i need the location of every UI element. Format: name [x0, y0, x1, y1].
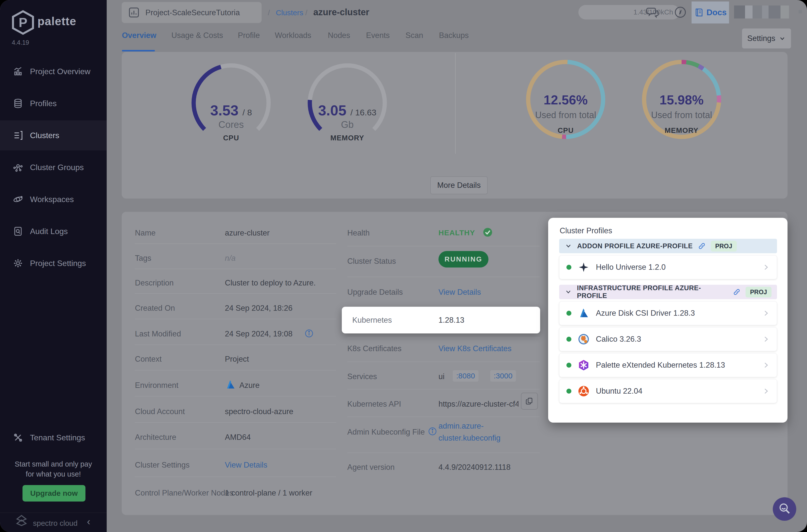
- brand-name: palette: [37, 15, 76, 28]
- cluster-status-badge: RUNNING: [438, 251, 488, 267]
- breadcrumb-separator: /: [268, 8, 270, 17]
- upgrade-banner-line2: for what you use!: [0, 470, 107, 478]
- detail-label: Architecture: [135, 433, 176, 442]
- chat-icon[interactable]: [646, 5, 660, 19]
- breadcrumb-separator: /: [305, 8, 307, 17]
- memory-gauge-label: MEMORY: [305, 134, 390, 142]
- pack-name: Calico 3.26.3: [596, 335, 756, 344]
- svg-text:P: P: [19, 15, 27, 30]
- assistant-search-button[interactable]: [773, 497, 796, 521]
- row-divider: [347, 362, 540, 362]
- sidebar-item-audit-logs[interactable]: Audit Logs: [0, 216, 107, 246]
- cpu-gauge-label: CPU: [189, 134, 274, 142]
- pack-row-palette-extended-kubernetes[interactable]: Palette eXtended Kubernetes 1.28.13: [559, 353, 777, 377]
- settings-button[interactable]: Settings: [742, 28, 791, 49]
- sidebar-item-label: Project Settings: [30, 259, 86, 268]
- breadcrumb-project: Project-ScaleSecureTutoria: [145, 8, 240, 17]
- tab-events[interactable]: Events: [366, 31, 390, 40]
- calico-icon: [578, 334, 589, 345]
- sidebar-item-label: Audit Logs: [30, 227, 68, 236]
- docs-button[interactable]: Docs: [692, 1, 729, 23]
- cpu-donut-caption: Used from total: [523, 110, 608, 120]
- pack-row-ubuntu[interactable]: Ubuntu 22.04: [559, 379, 777, 403]
- breadcrumb-clusters-link[interactable]: Clusters: [276, 8, 303, 17]
- pack-row-hello-universe[interactable]: Hello Universe 1.2.0: [559, 255, 777, 279]
- pack-name: Azure Disk CSI Driver 1.28.3: [596, 309, 756, 318]
- cluster-settings-link[interactable]: View Details: [225, 460, 267, 470]
- chevron-right-icon: [762, 387, 770, 395]
- magnifier-smile-icon: [778, 502, 791, 515]
- tab-backups[interactable]: Backups: [439, 31, 469, 40]
- detail-label: K8s Certificates: [347, 344, 401, 353]
- copy-api-url-button[interactable]: [521, 393, 538, 410]
- chevron-right-icon: [762, 309, 770, 317]
- cpu-donut-label: CPU: [523, 126, 608, 135]
- services-prefix: ui: [438, 372, 445, 381]
- redacted-user-info: [734, 5, 794, 18]
- row-divider: [347, 453, 540, 453]
- tab-profile[interactable]: Profile: [238, 31, 260, 40]
- status-dot: [566, 311, 571, 316]
- addon-profile-section-header[interactable]: ADDON PROFILE AZURE-PROFILE PROJ: [559, 239, 777, 253]
- sidebar-item-tenant-settings[interactable]: Tenant Settings: [0, 423, 107, 453]
- kubeconfig-link-line1[interactable]: admin.azure-: [438, 422, 484, 431]
- row-divider: [347, 246, 540, 246]
- docs-label: Docs: [707, 8, 727, 17]
- tab-workloads[interactable]: Workloads: [275, 31, 311, 40]
- kubernetes-row-spotlight: Kubernetes 1.28.13: [342, 307, 540, 334]
- info-icon[interactable]: [428, 426, 437, 436]
- upgrade-details-link[interactable]: View Details: [438, 288, 481, 297]
- sidebar-item-project-overview[interactable]: Project Overview: [0, 56, 107, 87]
- detail-label: Last Modified: [135, 329, 181, 338]
- detail-label: Cluster Settings: [135, 460, 190, 470]
- sidebar-item-project-settings[interactable]: Project Settings: [0, 248, 107, 278]
- palette-logo-icon: P: [11, 10, 35, 35]
- detail-label: Agent version: [347, 463, 395, 472]
- sidebar-item-cluster-groups[interactable]: Cluster Groups: [0, 152, 107, 182]
- scope-badge: PROJ: [711, 241, 737, 251]
- upgrade-banner-line1: Start small and only pay: [0, 460, 107, 468]
- pack-row-azure-disk-csi[interactable]: Azure Disk CSI Driver 1.28.3: [559, 301, 777, 325]
- copy-icon: [525, 397, 534, 405]
- section-header-label: INFRASTRUCTURE PROFILE AZURE-PROFILE: [577, 284, 728, 300]
- hello-universe-icon: [578, 262, 589, 273]
- view-k8s-certificates-link[interactable]: View K8s Certificates: [438, 344, 511, 353]
- infrastructure-profile-section-header[interactable]: INFRASTRUCTURE PROFILE AZURE-PROFILE PRO…: [559, 285, 777, 299]
- settings-label: Settings: [747, 34, 775, 43]
- collapse-sidebar-icon[interactable]: ‹: [87, 516, 90, 527]
- azure-icon: [225, 379, 236, 390]
- tab-scan[interactable]: Scan: [406, 31, 423, 40]
- detail-label: Created On: [135, 304, 175, 313]
- detail-label: Cloud Account: [135, 407, 185, 416]
- app-window: P palette 4.4.19 Project Overview Profil…: [0, 0, 807, 532]
- sidebar-item-profiles[interactable]: Profiles: [0, 89, 107, 118]
- service-port-8080-link[interactable]: :8080: [453, 370, 478, 382]
- redacted-dot: [799, 10, 802, 14]
- tab-overview[interactable]: Overview: [122, 31, 156, 40]
- chevron-down-icon: [565, 242, 572, 250]
- detail-label: Tags: [135, 254, 151, 263]
- agent-version-value: 4.4.9/20240912.1118: [438, 463, 510, 472]
- section-header-label: ADDON PROFILE AZURE-PROFILE: [577, 242, 693, 250]
- row-divider: [135, 345, 336, 345]
- cloud-account-value: spectro-cloud-azure: [225, 407, 293, 416]
- sidebar-item-label: Clusters: [30, 131, 59, 140]
- sidebar-item-clusters[interactable]: Clusters: [0, 120, 107, 150]
- detail-label: Name: [135, 229, 156, 238]
- tab-usage-costs[interactable]: Usage & Costs: [171, 31, 223, 40]
- tab-nodes[interactable]: Nodes: [328, 31, 350, 40]
- pack-row-calico[interactable]: Calico 3.26.3: [559, 327, 777, 351]
- sidebar-item-workspaces[interactable]: Workspaces: [0, 184, 107, 214]
- active-tab-underline: [122, 50, 155, 52]
- tools-icon: [13, 433, 23, 442]
- chevron-down-icon: [779, 35, 786, 42]
- upgrade-now-button[interactable]: Upgrade now: [22, 485, 86, 501]
- detail-label: Cluster Status: [347, 257, 396, 266]
- more-details-button[interactable]: More Details: [430, 176, 488, 194]
- footer-brand: spectro cloud: [33, 519, 77, 528]
- service-port-3000-link[interactable]: :3000: [490, 370, 516, 382]
- info-icon[interactable]: [304, 329, 314, 338]
- audit-logs-icon: [13, 226, 23, 236]
- kubeconfig-link-line2[interactable]: cluster.kubeconfig: [438, 434, 501, 442]
- compass-icon[interactable]: [674, 5, 687, 19]
